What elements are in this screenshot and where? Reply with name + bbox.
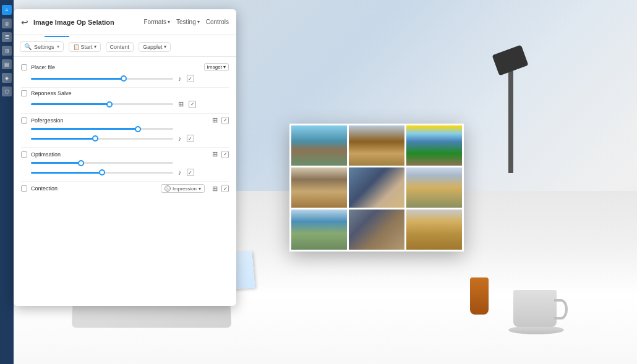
place-file-check[interactable]: ✓ bbox=[187, 75, 194, 82]
imaget-chevron: ▾ bbox=[223, 64, 226, 70]
gapplet-button[interactable]: Gapplet ▾ bbox=[139, 42, 171, 52]
gapplet-label: Gapplet bbox=[143, 44, 163, 50]
pofergession-check1[interactable]: ✓ bbox=[221, 117, 229, 124]
search-text: Settings bbox=[34, 44, 54, 50]
search-icon: 🔍 bbox=[24, 43, 32, 50]
reponess-row: Reponess Salve bbox=[21, 90, 229, 96]
image-cell-4[interactable] bbox=[349, 167, 404, 208]
pofergession-row: Pofergession ⊞ ✓ bbox=[21, 116, 229, 124]
image-cell-2[interactable] bbox=[406, 125, 462, 166]
pofergession-slider-row2: ♪ ✓ bbox=[21, 135, 229, 142]
nav-bar: ↩ Image Image Op Selation Formats ▾ Test… bbox=[14, 9, 236, 35]
optimsation-row: Optimsation ⊞ ✓ bbox=[21, 150, 229, 158]
image-cell-8[interactable] bbox=[406, 210, 462, 250]
impression-circle-icon: ⓘ bbox=[165, 185, 171, 192]
pofergession-grid-icon: ⊞ bbox=[212, 116, 218, 124]
reponess-slider-row: ⊞ ✓ bbox=[21, 100, 229, 108]
start-label: Start bbox=[81, 44, 93, 50]
optimsation-label: Optimsation bbox=[31, 151, 208, 158]
sidebar-icon-0[interactable]: ≡ bbox=[2, 5, 12, 15]
optimsation-slider-thumb2 bbox=[99, 169, 105, 176]
optimsation-check1[interactable]: ✓ bbox=[221, 151, 229, 158]
content-area: Place: file Imaget ▾ ♪ ✓ Reponess Salve bbox=[14, 57, 236, 306]
reponess-grid-icon: ⊞ bbox=[178, 100, 184, 108]
optimsation-music-icon: ♪ bbox=[178, 169, 182, 176]
imaget-label: Imaget bbox=[207, 64, 222, 70]
reponess-checkbox[interactable] bbox=[21, 90, 27, 96]
image-cell-7[interactable] bbox=[349, 210, 404, 250]
optimsation-checkbox[interactable] bbox=[21, 151, 27, 158]
image-cell-3[interactable] bbox=[291, 167, 347, 208]
controls-menu[interactable]: Controls bbox=[206, 19, 229, 25]
optimsation-check2[interactable]: ✓ bbox=[187, 169, 194, 176]
optimsation-slider-track1[interactable] bbox=[31, 162, 173, 164]
reponess-label: Reponess Salve bbox=[31, 90, 229, 96]
contection-checkbox[interactable] bbox=[21, 185, 27, 192]
pofergession-slider-track1[interactable] bbox=[31, 128, 173, 130]
optimsation-slider-fill2 bbox=[31, 172, 102, 174]
place-file-slider-row: ♪ ✓ bbox=[21, 75, 229, 82]
main-panel: ↩ Image Image Op Selation Formats ▾ Test… bbox=[14, 9, 236, 306]
pofergession-slider-thumb2 bbox=[92, 135, 98, 142]
contection-label: Contection bbox=[31, 185, 157, 192]
pofergession-label: Pofergession bbox=[31, 117, 208, 124]
optimsation-grid-icon: ⊞ bbox=[212, 150, 218, 158]
impression-label: Impression bbox=[173, 186, 197, 192]
formats-chevron: ▾ bbox=[168, 19, 170, 25]
start-chevron: ▾ bbox=[94, 44, 96, 49]
testing-label: Testing bbox=[176, 19, 196, 25]
divider-1 bbox=[21, 87, 229, 88]
optimsation-slider-track2[interactable] bbox=[31, 172, 173, 174]
image-cell-5[interactable] bbox=[406, 167, 462, 208]
place-file-slider-track[interactable] bbox=[31, 78, 173, 80]
testing-menu[interactable]: Testing ▾ bbox=[176, 19, 200, 25]
reponess-slider-track[interactable] bbox=[31, 103, 173, 105]
testing-chevron: ▾ bbox=[197, 19, 200, 25]
place-file-slider-thumb bbox=[121, 75, 127, 82]
cup-saucer bbox=[508, 326, 564, 334]
sidebar-icon-3[interactable]: ⊞ bbox=[2, 46, 12, 56]
sidebar-icon-4[interactable]: ▤ bbox=[2, 59, 12, 69]
formats-menu[interactable]: Formats ▾ bbox=[143, 19, 170, 25]
back-button[interactable]: ↩ bbox=[21, 17, 28, 27]
search-wrap[interactable]: 🔍 Settings ▾ bbox=[20, 41, 64, 52]
optimsation-slider-thumb1 bbox=[78, 160, 84, 166]
image-cell-1[interactable] bbox=[349, 125, 404, 166]
contection-check[interactable]: ✓ bbox=[221, 185, 229, 192]
sidebar-icon-1[interactable]: ◎ bbox=[2, 19, 12, 28]
nav-menu: Formats ▾ Testing ▾ Controls bbox=[143, 19, 229, 25]
content-button[interactable]: Content bbox=[106, 42, 134, 52]
reponess-slider-fill bbox=[31, 103, 109, 105]
pofergession-slider-fill2 bbox=[31, 138, 95, 140]
image-cell-0[interactable] bbox=[291, 125, 347, 166]
pofergession-music-icon: ♪ bbox=[178, 135, 182, 142]
sidebar-icon-6[interactable]: ⬡ bbox=[2, 87, 12, 96]
vase bbox=[470, 277, 489, 315]
start-button[interactable]: 📋 Start ▾ bbox=[69, 42, 101, 52]
place-file-checkbox[interactable] bbox=[21, 64, 27, 70]
pofergession-slider-fill1 bbox=[31, 128, 138, 130]
impression-chevron: ▾ bbox=[199, 186, 201, 192]
impression-dropdown[interactable]: ⓘ Impression ▾ bbox=[161, 184, 205, 193]
pofergession-slider-thumb1 bbox=[135, 126, 141, 132]
sidebar-icon-2[interactable]: ☰ bbox=[2, 32, 12, 42]
image-cell-6[interactable] bbox=[291, 210, 347, 250]
reponess-check[interactable]: ✓ bbox=[189, 101, 196, 108]
search-chevron: ▾ bbox=[57, 44, 59, 49]
optimsation-slider-row1 bbox=[21, 162, 229, 164]
sidebar-icon-5[interactable]: ◈ bbox=[2, 73, 12, 83]
formats-label: Formats bbox=[143, 19, 166, 25]
reponess-slider-thumb bbox=[106, 101, 113, 108]
image-grid bbox=[289, 124, 464, 252]
divider-3 bbox=[21, 147, 229, 148]
divider-2 bbox=[21, 113, 229, 114]
place-file-dropdown[interactable]: Imaget ▾ bbox=[204, 63, 229, 71]
place-file-music-icon: ♪ bbox=[178, 75, 182, 82]
gapplet-chevron: ▾ bbox=[164, 44, 166, 49]
pofergession-checkbox[interactable] bbox=[21, 117, 27, 124]
pofergession-check2[interactable]: ✓ bbox=[187, 135, 194, 142]
coffee-cup bbox=[513, 290, 557, 327]
left-sidebar: ≡ ◎ ☰ ⊞ ▤ ◈ ⬡ bbox=[0, 0, 14, 364]
contection-grid-icon: ⊞ bbox=[212, 185, 218, 193]
pofergession-slider-track2[interactable] bbox=[31, 138, 173, 140]
